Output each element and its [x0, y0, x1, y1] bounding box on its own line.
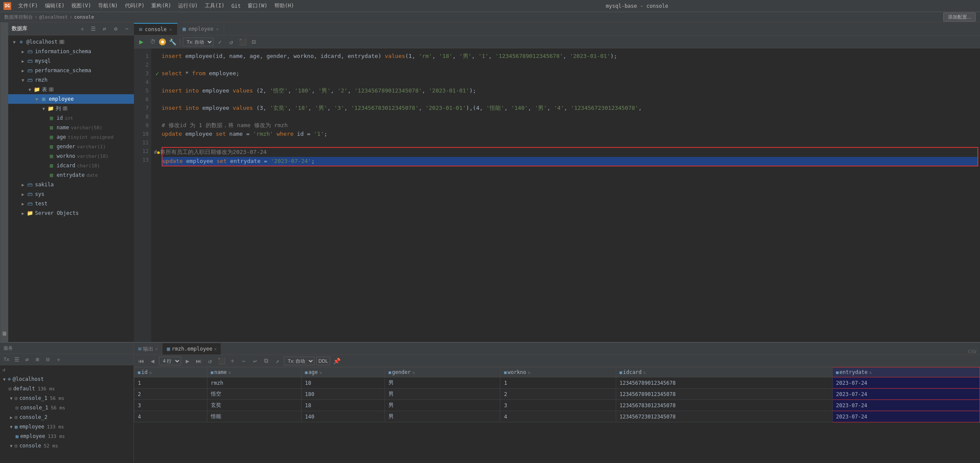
pin-button[interactable]: 📌 [332, 356, 341, 366]
col-header-idcard[interactable]: ■ idcard ⇅ [616, 367, 832, 377]
stop-result-button[interactable]: ⬛ [216, 356, 226, 366]
cell-row2-workno[interactable]: 2 [500, 389, 616, 400]
tree-col-id[interactable]: ▤ id int [8, 113, 135, 123]
col-header-gender[interactable]: ■ gender ⇅ [385, 367, 500, 377]
session-console1[interactable]: ▼ ⊡ console_1 56 ms [0, 393, 134, 403]
session-employee[interactable]: ▼ ▦ employee 133 ms [0, 422, 134, 431]
cell-row3-id[interactable]: 3 [134, 400, 207, 411]
export-button[interactable]: ↗ [273, 356, 282, 366]
cell-row1-gender[interactable]: 男 [385, 377, 500, 389]
breadcrumb-item-3[interactable]: console [74, 14, 94, 20]
tree-col-workno[interactable]: ▤ workno varchar(10) [8, 151, 135, 161]
cell-row4-workno[interactable]: 4 [500, 411, 616, 422]
tree-localhost[interactable]: ▼ ⊕ @localhost 8 [8, 37, 135, 47]
align-button[interactable]: ☰ [12, 355, 22, 364]
cell-row1-name[interactable]: rmzh [207, 377, 301, 389]
page-size-select[interactable]: 4 行 [159, 357, 181, 365]
cell-row4-idcard[interactable]: 123456723012345078 [616, 411, 832, 422]
tree-sys[interactable]: ▶ 🗃 sys [8, 189, 135, 199]
undo-button[interactable]: ↩ [250, 356, 260, 366]
stop-button[interactable]: ⬛ [238, 37, 247, 47]
tx-select[interactable]: Tx: 自动 [183, 38, 213, 46]
result-table-container[interactable]: ■ id ⇅ ■ name ⇅ [134, 367, 980, 463]
run-options-button[interactable]: ● [159, 38, 166, 45]
output-tab[interactable]: ⊞ 输出 × [134, 343, 162, 354]
tree-col-entrydate[interactable]: ▤ entrydate date [8, 170, 135, 180]
menu-run[interactable]: 运行(U) [175, 1, 201, 10]
menu-tools[interactable]: 工具(I) [201, 1, 228, 10]
filter-button[interactable]: ⇄ [100, 24, 109, 34]
cell-row2-age[interactable]: 180 [301, 389, 385, 400]
tree-information-schema[interactable]: ▶ 🗃 information_schema [8, 47, 135, 56]
prev-page-button[interactable]: ◀ [148, 356, 157, 366]
cell-row1-idcard[interactable]: 123456789012345678 [616, 377, 832, 389]
last-page-button[interactable]: ⏭ [194, 356, 204, 366]
tree-mysql[interactable]: ▶ 🗃 mysql [8, 56, 135, 66]
breadcrumb-item-1[interactable]: 数据库控制台 [4, 14, 33, 20]
tree-tables-folder[interactable]: ▼ 📁 表 1 [8, 85, 135, 94]
employee-result-tab[interactable]: ▦ rmzh.employee × [162, 343, 221, 354]
session-console[interactable]: ▼ ⊡ console 52 ms [0, 441, 134, 450]
tree-performance-schema[interactable]: ▶ 🗃 performance_schema [8, 66, 135, 75]
code-content[interactable]: insert employee(id, name, age, gender, w… [151, 48, 980, 342]
next-page-button[interactable]: ▶ [183, 356, 192, 366]
cell-row4-name[interactable]: 悟能 [207, 411, 301, 422]
session-default[interactable]: ⊡ default 136 ms [0, 384, 134, 393]
cell-row1-id[interactable]: 1 [134, 377, 207, 389]
tree-col-idcard[interactable]: ▤ idcard char(18) [8, 161, 135, 170]
cell-row2-gender[interactable]: 男 [385, 389, 500, 400]
menu-nav[interactable]: 导航(N) [95, 1, 121, 10]
menu-help[interactable]: 帮助(H) [271, 1, 298, 10]
refresh-button[interactable]: ↺ [205, 356, 215, 366]
tree-test[interactable]: ▶ 🗃 test [8, 199, 135, 208]
cell-row3-age[interactable]: 18 [301, 400, 385, 411]
breadcrumb-item-2[interactable]: @localhost [39, 14, 68, 20]
code-editor[interactable]: 1 2 3 4 5 6 7 8 9 10 11 12 13 insert emp… [134, 48, 980, 342]
run-button[interactable]: ▶ [137, 37, 146, 47]
tree-col-gender[interactable]: ▤ gender varchar(1) [8, 142, 135, 151]
cell-row2-entrydate[interactable]: 2023-07-24 [832, 389, 980, 400]
session-console2[interactable]: ▶ ⊡ console_2 [0, 412, 134, 422]
cell-row3-idcard[interactable]: 123456783012345078 [616, 400, 832, 411]
delete-row-button[interactable]: − [239, 356, 248, 366]
tab-console-close[interactable]: × [169, 27, 172, 32]
tab-employee-close[interactable]: × [216, 27, 219, 32]
session-localhost[interactable]: ▼ ⊕ @localhost [0, 374, 134, 384]
add-row-button[interactable]: ＋ [228, 356, 237, 366]
menu-code[interactable]: 代码(P) [121, 1, 148, 10]
run-script-button[interactable]: 🔧 [168, 37, 177, 47]
format-button[interactable]: ⊟ [249, 37, 258, 47]
ddl-button[interactable]: DDL [316, 357, 330, 365]
cell-row3-gender[interactable]: 男 [385, 400, 500, 411]
add-config-button[interactable]: 添加配置... [943, 13, 976, 22]
run-config-button[interactable]: ⏱ [148, 37, 157, 47]
cell-row1-workno[interactable]: 1 [500, 377, 616, 389]
cell-row4-entrydate[interactable]: 2023-07-24 [832, 411, 980, 422]
tree-employee-table[interactable]: ▼ ▦ employee [8, 94, 135, 104]
col-header-age[interactable]: ■ age ⇅ [301, 367, 385, 377]
cell-row3-name[interactable]: 玄奘 [207, 400, 301, 411]
sort-button[interactable]: ⇄ [22, 355, 32, 364]
cell-row1-entrydate[interactable]: 2023-07-24 [832, 377, 980, 389]
menu-refactor[interactable]: 重构(R) [148, 1, 175, 10]
first-page-button[interactable]: ⏮ [137, 356, 146, 366]
cell-row2-id[interactable]: 2 [134, 389, 207, 400]
add-session-button[interactable]: ＋ [54, 355, 63, 364]
tree-sakila[interactable]: ▶ 🗃 sakila [8, 180, 135, 189]
col-header-name[interactable]: ■ name ⇅ [207, 367, 301, 377]
settings-button[interactable]: ⚙ [111, 24, 121, 34]
cell-row2-name[interactable]: 悟空 [207, 389, 301, 400]
tree-col-name[interactable]: ▤ name varchar(50) [8, 123, 135, 132]
col-header-entrydate[interactable]: ■ entrydate ⇅ [832, 367, 980, 377]
cell-row4-gender[interactable]: 男 [385, 411, 500, 422]
cell-row3-entrydate[interactable]: 2023-07-24 [832, 400, 980, 411]
tab-employee[interactable]: ▦ employee × [178, 23, 224, 35]
close-sidebar-button[interactable]: − [122, 24, 132, 34]
tab-console[interactable]: ⊞ console × [134, 23, 178, 35]
tree-col-age[interactable]: ▤ age tinyint unsigned [8, 132, 135, 142]
list-view-button[interactable]: ☰ [89, 24, 98, 34]
cell-row4-id[interactable]: 4 [134, 411, 207, 422]
cell-row4-age[interactable]: 140 [301, 411, 385, 422]
menu-view[interactable]: 视图(V) [68, 1, 95, 10]
config-button[interactable]: ⊟ [43, 355, 53, 364]
